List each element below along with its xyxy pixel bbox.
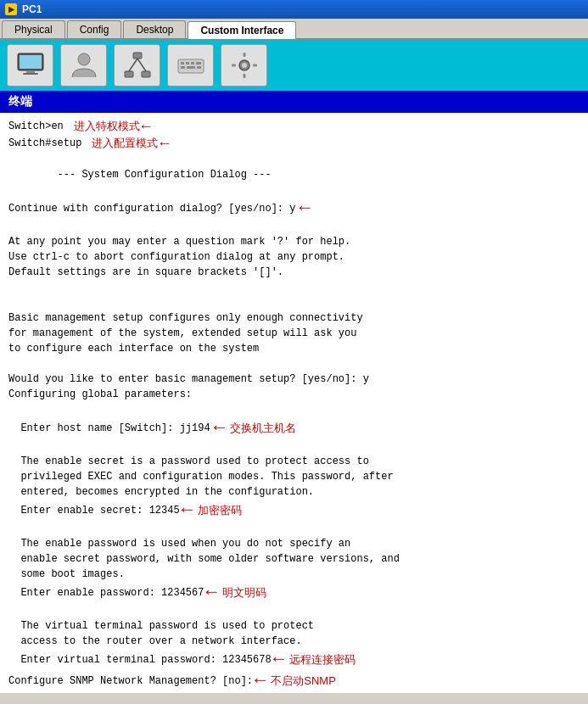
help-line1: At any point you may enter a question ma… (8, 234, 580, 249)
annotation-config: 进入配置模式 (92, 136, 158, 151)
secret-desc2: privileged EXEC and configuration modes.… (8, 469, 580, 484)
svg-point-4 (78, 53, 90, 65)
spacer8 (8, 439, 580, 454)
password-desc1: The enable password is used when you do … (8, 536, 580, 551)
terminal-header: 终端 (0, 91, 588, 113)
cmd-continue: Continue with configuration dialog? [yes… (8, 201, 295, 216)
terminal-body[interactable]: Switch>en 进入特权模式 ← Switch#setup 进入配置模式 ←… (0, 113, 588, 693)
annotation-privilege: 进入特权模式 (74, 119, 140, 134)
keyboard-icon-box[interactable] (167, 44, 214, 87)
title-bar: ▶ PC1 (0, 0, 588, 19)
svg-rect-23 (253, 64, 257, 67)
basic-mgmt3: to configure each interface on the syste… (8, 341, 580, 356)
spacer1 (8, 152, 580, 167)
basic-mgmt2: for management of the system, extended s… (8, 326, 580, 341)
svg-rect-2 (26, 70, 35, 73)
svg-rect-16 (187, 66, 195, 69)
dialog-header: --- System Configuration Dialog --- (8, 167, 580, 182)
spacer9 (8, 521, 580, 536)
tab-custom-interface[interactable]: Custom Interface (188, 21, 296, 39)
svg-line-8 (129, 59, 137, 71)
vty-desc2: access to the router over a network inte… (8, 634, 580, 649)
cmd-snmp: Configure SNMP Network Management? [no]: (8, 673, 253, 689)
arrow-password: ← (205, 582, 216, 603)
annotation-snmp: 不启动SNMP (271, 673, 336, 689)
arrow-secret: ← (182, 500, 193, 521)
app-icon: ▶ (5, 3, 17, 15)
svg-point-19 (242, 63, 247, 68)
cmd-setup: Switch#setup (8, 136, 81, 151)
icon-strip (0, 40, 588, 91)
cmd-vty: Enter virtual terminal password: 1234567… (8, 652, 272, 668)
arrow-snmp: ← (255, 670, 266, 691)
svg-rect-21 (243, 74, 245, 78)
spacer3 (8, 219, 580, 234)
svg-rect-3 (23, 73, 38, 75)
help-line2: Use ctrl-c to abort configuration dialog… (8, 249, 580, 265)
arrow-continue: ← (299, 198, 310, 219)
arrow-privilege: ← (142, 118, 151, 135)
network-icon-box[interactable] (114, 44, 160, 87)
spacer4 (8, 280, 580, 295)
spacer5 (8, 295, 580, 310)
svg-rect-14 (196, 62, 201, 64)
cmd-enable: Switch>en (8, 119, 64, 134)
svg-rect-12 (186, 62, 189, 64)
svg-rect-7 (142, 71, 150, 77)
cmd-password: Enter enable password: 1234567 (8, 585, 204, 601)
basic-mgmt1: Basic management setup configures only e… (8, 310, 580, 326)
annotation-vty: 远程连接密码 (289, 652, 356, 668)
vty-desc1: The virtual terminal password is used to… (8, 618, 580, 634)
window-title: PC1 (22, 3, 42, 15)
secret-desc3: entered, becomes encrypted in the config… (8, 484, 580, 500)
spacer11 (8, 691, 580, 693)
password-desc2: enable secret password, with some older … (8, 551, 580, 567)
tab-physical[interactable]: Physical (2, 20, 65, 38)
svg-rect-17 (197, 66, 201, 69)
svg-rect-1 (20, 55, 42, 69)
svg-rect-6 (125, 71, 133, 77)
tab-bar: Physical Config Desktop Custom Interface (0, 19, 588, 40)
configuring-params: Configuring global parameters: (8, 387, 580, 402)
svg-rect-15 (181, 66, 185, 69)
secret-desc1: The enable secret is a password used to … (8, 454, 580, 469)
annotation-secret: 加密密码 (198, 503, 242, 518)
spacer2 (8, 182, 580, 198)
tab-desktop[interactable]: Desktop (123, 20, 186, 38)
svg-rect-5 (133, 53, 142, 59)
annotation-password: 明文明码 (222, 585, 266, 601)
settings-icon-box[interactable] (221, 44, 267, 87)
svg-line-9 (137, 59, 146, 71)
svg-rect-22 (232, 64, 236, 67)
spacer10 (8, 603, 580, 618)
annotation-hostname: 交换机主机名 (230, 421, 296, 436)
cmd-hostname: Enter host name [Switch]: jj194 (8, 421, 210, 436)
cmd-secret: Enter enable secret: 12345 (8, 503, 180, 518)
tab-config[interactable]: Config (67, 20, 122, 38)
password-desc3: some boot images. (8, 567, 580, 582)
arrow-config: ← (160, 135, 169, 152)
monitor-icon-box[interactable] (7, 44, 53, 87)
spacer6 (8, 356, 580, 372)
person-icon-box[interactable] (60, 44, 107, 87)
spacer7 (8, 402, 580, 417)
help-line3: Default settings are in square brackets … (8, 265, 580, 280)
basic-mgmt-prompt: Would you like to enter basic management… (8, 372, 580, 387)
svg-rect-13 (191, 62, 194, 64)
arrow-hostname: ← (214, 417, 225, 439)
arrow-vty: ← (273, 649, 284, 670)
svg-rect-20 (243, 53, 245, 57)
svg-rect-11 (181, 62, 184, 64)
